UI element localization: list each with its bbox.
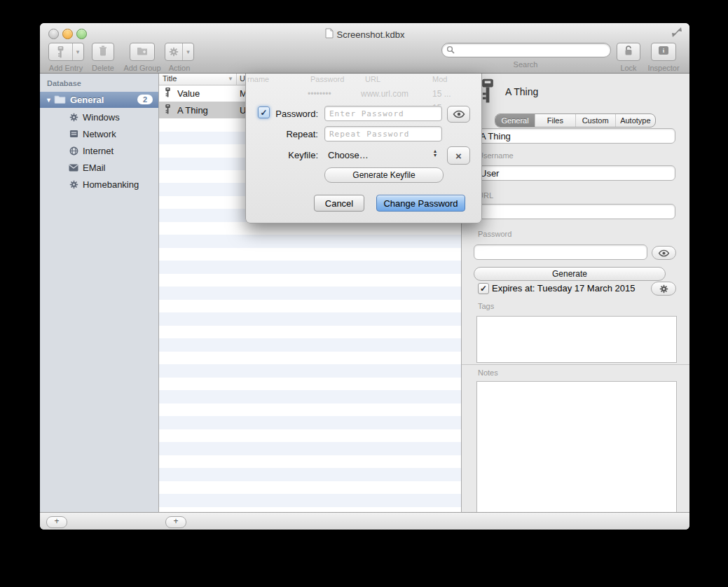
expires-checkbox[interactable]: ✓ <box>478 283 489 294</box>
tab-custom[interactable]: Custom <box>576 114 616 127</box>
generate-label: Generate <box>552 269 587 279</box>
globe-icon <box>68 146 79 156</box>
expires-settings-button[interactable] <box>651 282 676 296</box>
envelope-icon <box>68 164 79 172</box>
sidebar-item-label: Windows <box>83 112 120 123</box>
sidebar-section-header: Database <box>47 79 81 88</box>
sidebar-item-internet[interactable]: Internet <box>40 142 158 159</box>
lock-button[interactable] <box>617 43 640 61</box>
change-password-label: Change Password <box>383 198 458 209</box>
close-icon: × <box>455 150 462 162</box>
expires-label: Expires at: Tuesday 17 March 2015 <box>492 283 636 294</box>
fullscreen-icon[interactable] <box>671 27 682 37</box>
clear-keyfile-button[interactable]: × <box>447 146 470 165</box>
ghost-header-modified: Mod <box>432 75 447 83</box>
lock-icon <box>624 45 633 59</box>
dialog-repeat-label: Repeat: <box>246 129 318 139</box>
check-icon: ✓ <box>480 284 487 294</box>
generate-keyfile-label: Generate Keyfile <box>352 170 415 180</box>
ghost-header-password: Password <box>310 75 344 83</box>
add-group-button[interactable] <box>130 43 155 61</box>
inspector-entry-title: A Thing <box>505 86 538 97</box>
ghost-header-url: URL <box>365 75 380 83</box>
url-field[interactable] <box>474 204 675 219</box>
title-field[interactable] <box>474 128 675 144</box>
trash-icon <box>99 46 107 59</box>
add-entry-plus-button[interactable]: + <box>165 516 186 528</box>
sidebar-group-badge: 2 <box>137 95 153 104</box>
tab-files[interactable]: Files <box>535 114 575 127</box>
dialog-reveal-password-button[interactable] <box>447 106 470 123</box>
eye-icon <box>658 249 670 257</box>
add-entry-button[interactable]: ▾ <box>48 43 84 61</box>
generate-keyfile-button[interactable]: Generate Keyfile <box>324 167 444 183</box>
cancel-button[interactable]: Cancel <box>314 195 364 212</box>
sidebar-item-email[interactable]: EMail <box>40 159 158 176</box>
folder-plus-icon <box>137 46 148 58</box>
sidebar-group-general[interactable]: ▼ General 2 <box>40 92 158 108</box>
action-button[interactable]: ▾ <box>165 43 194 61</box>
chevron-down-icon: ▾ <box>182 43 193 60</box>
change-password-button[interactable]: Change Password <box>376 195 465 212</box>
dialog-repeat-input[interactable] <box>324 126 442 141</box>
username-label: Username <box>478 151 514 160</box>
folder-icon <box>54 94 66 106</box>
sidebar-item-homebanking[interactable]: Homebanking <box>40 176 158 193</box>
toolbar-item-inspector: i Inspector <box>645 43 682 72</box>
action-label: Action <box>163 64 195 72</box>
stepper-down-icon: ▾ <box>434 153 437 158</box>
sidebar-item-network[interactable]: Network <box>40 125 158 142</box>
search-input[interactable] <box>458 44 606 56</box>
add-group-plus-button[interactable]: + <box>46 516 67 528</box>
key-icon <box>480 78 495 106</box>
sidebar-item-label: EMail <box>83 163 106 173</box>
tab-general[interactable]: General <box>495 114 535 127</box>
info-icon: i <box>658 46 669 58</box>
tags-textarea[interactable] <box>476 316 677 363</box>
dialog-password-input[interactable] <box>324 106 442 121</box>
inspector-button[interactable]: i <box>651 43 676 61</box>
search-icon <box>446 46 455 54</box>
section-divider <box>462 364 689 365</box>
disclosure-triangle-icon[interactable]: ▼ <box>46 97 54 104</box>
gear-icon <box>68 180 79 189</box>
username-field[interactable] <box>474 165 675 181</box>
window-title-area: Screenshot.kdbx <box>40 28 689 41</box>
ghost-password-dots: •••••••• <box>308 89 331 99</box>
add-group-label: Add Group <box>123 64 162 72</box>
dialog-password-label: Password: <box>246 109 318 119</box>
toolbar-item-add-entry: ▾ Add Entry <box>46 43 86 72</box>
server-icon <box>68 130 79 138</box>
keyfile-popup[interactable]: Choose… <box>328 150 369 160</box>
search-label: Search <box>441 60 610 69</box>
gear-icon <box>659 284 668 294</box>
sidebar-item-label: Internet <box>83 146 114 156</box>
column-header-title[interactable]: Title <box>163 74 177 83</box>
toolbar-item-search: Search <box>441 43 610 69</box>
entry-title: Value <box>177 88 200 99</box>
generate-password-button[interactable]: Generate <box>474 267 666 281</box>
delete-button[interactable] <box>92 43 114 61</box>
keyfile-stepper[interactable]: ▴ ▾ <box>434 149 437 158</box>
password-field[interactable] <box>474 244 647 260</box>
ghost-url: www.url.com <box>361 89 408 99</box>
reveal-password-button[interactable] <box>652 246 676 260</box>
notes-textarea[interactable] <box>476 381 677 513</box>
sidebar-item-windows[interactable]: Windows <box>40 109 158 125</box>
column-divider[interactable] <box>236 74 237 85</box>
app-window: Screenshot.kdbx ▾ Add Entry Delete <box>40 23 689 530</box>
gear-icon <box>68 113 79 122</box>
notes-label: Notes <box>478 368 498 377</box>
key-icon <box>165 87 171 100</box>
change-password-dialog: rname Password URL Mod •••••••• www.url.… <box>245 74 482 223</box>
inspector-label: Inspector <box>645 64 682 72</box>
document-icon <box>325 28 334 41</box>
tab-autotype[interactable]: Autotype <box>616 114 655 127</box>
dialog-keyfile-label: Keyfile: <box>246 150 318 160</box>
chevron-down-icon: ▾ <box>72 43 83 60</box>
sidebar: Database ▼ General 2 Windows Network Int… <box>40 74 158 513</box>
gear-icon <box>165 43 182 60</box>
key-icon <box>49 43 72 60</box>
entry-title: A Thing <box>177 105 208 116</box>
pane-divider[interactable] <box>158 74 159 513</box>
